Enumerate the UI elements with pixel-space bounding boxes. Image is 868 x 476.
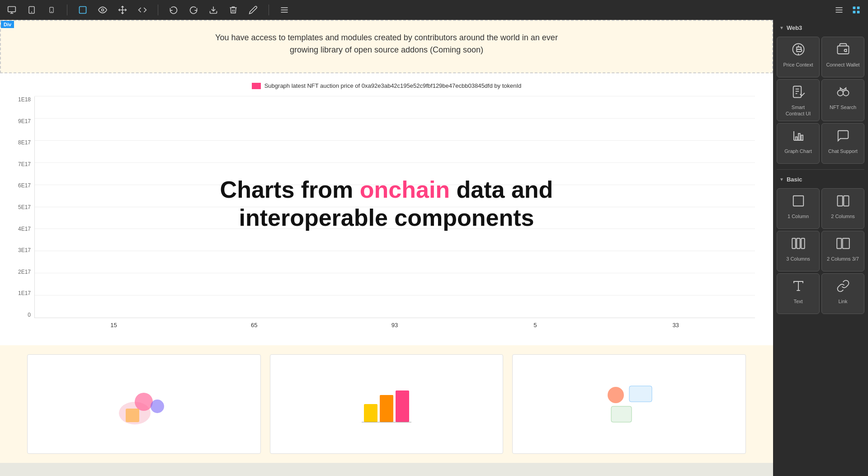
thumb-1-placeholder	[28, 355, 260, 453]
svg-rect-45	[801, 135, 803, 140]
x-label-15: 15	[43, 322, 184, 328]
panel-item-smart-contract[interactable]: SmartContract UI	[777, 79, 820, 121]
nft-search-label: NFT Search	[830, 104, 856, 110]
col2-37-icon	[836, 237, 850, 253]
svg-rect-28	[629, 386, 652, 402]
2-columns-label: 2 Columns	[831, 213, 855, 219]
y-label-3e17: 3E17	[18, 247, 31, 253]
svg-rect-50	[797, 238, 800, 248]
chart-legend: Subgraph latest NFT auction price of 0xa…	[18, 82, 755, 89]
col2-icon	[836, 194, 850, 210]
2-columns-37-label: 2 Columns 3/7	[827, 256, 859, 262]
panel-item-text[interactable]: Text	[777, 273, 820, 314]
panel-item-2-columns-37[interactable]: 2 Columns 3/7	[821, 231, 864, 271]
smart-contract-label: SmartContract UI	[786, 104, 811, 117]
svg-rect-22	[126, 409, 139, 422]
panel-item-graph-chart[interactable]: Graph Chart	[777, 123, 820, 164]
svg-rect-46	[793, 195, 803, 206]
desktop-icon[interactable]	[5, 4, 18, 16]
legend-label: Subgraph latest NFT auction price of 0xa…	[264, 82, 522, 89]
undo-icon[interactable]	[167, 4, 180, 16]
web3-label: Web3	[787, 24, 802, 31]
col1-icon	[792, 194, 805, 210]
svg-point-8	[102, 9, 104, 11]
svg-rect-51	[801, 238, 805, 248]
y-label-6e17: 6E17	[18, 182, 31, 189]
panel-item-connect-wallet[interactable]: Connect Wallet	[821, 37, 864, 77]
svg-rect-25	[380, 395, 393, 422]
connect-wallet-label: Connect Wallet	[826, 62, 859, 68]
svg-rect-34	[837, 46, 849, 54]
select-icon[interactable]	[76, 4, 89, 16]
svg-rect-0	[8, 7, 16, 12]
tablet-icon[interactable]	[25, 4, 38, 16]
bitcoin-icon	[792, 43, 805, 59]
panel-item-price-context[interactable]: Price Context	[777, 37, 820, 77]
link-label: Link	[838, 298, 847, 305]
basic-section-header: ▼ Basic	[773, 171, 868, 186]
pen-icon[interactable]	[247, 4, 259, 16]
intro-text: You have access to templates and modules…	[28, 32, 745, 56]
y-label-8e17: 8E17	[18, 139, 31, 146]
div-label: Div	[1, 21, 14, 28]
1-column-label: 1 Column	[788, 213, 809, 219]
apps-icon[interactable]	[850, 4, 863, 16]
y-label-9e17: 9E17	[18, 118, 31, 124]
svg-rect-24	[364, 404, 377, 422]
graph-chart-icon	[792, 129, 805, 145]
y-label-1e17: 1E17	[18, 290, 31, 296]
menu-icon[interactable]	[833, 4, 845, 16]
x-label-5: 5	[465, 322, 605, 328]
svg-rect-43	[795, 137, 797, 140]
wallet-icon	[836, 43, 850, 59]
move-icon[interactable]	[116, 4, 129, 16]
code-icon[interactable]	[136, 4, 149, 16]
x-label-65: 65	[184, 322, 325, 328]
x-label-33: 33	[605, 322, 746, 328]
panel-item-2-columns[interactable]: 2 Columns	[821, 188, 864, 229]
mobile-icon[interactable]	[45, 4, 58, 16]
svg-rect-29	[611, 406, 632, 422]
svg-point-23	[151, 400, 164, 413]
thumbnail-card-3	[512, 354, 746, 454]
graph-chart-label: Graph Chart	[784, 148, 812, 154]
3-columns-label: 3 Columns	[786, 256, 810, 262]
svg-rect-19	[857, 11, 860, 14]
toolbar	[0, 0, 868, 20]
intro-section: Div You have access to templates and mod…	[0, 20, 773, 73]
edit-icon[interactable]	[278, 4, 291, 16]
svg-point-39	[837, 90, 843, 96]
web3-section-header: ▼ Web3	[773, 20, 868, 35]
trash-icon[interactable]	[227, 4, 240, 16]
panel-item-1-column[interactable]: 1 Column	[777, 188, 820, 229]
panel-item-chat-support[interactable]: Chat Support	[821, 123, 864, 164]
x-axis: 15 65 93 5 33	[34, 318, 755, 328]
chat-icon	[836, 129, 850, 145]
panel-item-nft-search[interactable]: NFT Search	[821, 79, 864, 121]
panel-divider-1	[777, 169, 864, 170]
svg-point-40	[843, 90, 849, 96]
chart-grid	[34, 96, 755, 318]
sep1	[67, 5, 67, 15]
text-icon	[792, 279, 805, 295]
eye-icon[interactable]	[96, 4, 109, 16]
main-layout: Div You have access to templates and mod…	[0, 20, 868, 476]
y-label-5e17: 5E17	[18, 204, 31, 210]
download-icon[interactable]	[207, 4, 220, 16]
svg-rect-16	[853, 7, 856, 10]
svg-point-30	[608, 387, 624, 403]
svg-rect-47	[837, 195, 842, 206]
text-label: Text	[793, 298, 802, 305]
redo-icon[interactable]	[187, 4, 200, 16]
thumb-2-placeholder	[270, 355, 503, 453]
panel-item-3-columns[interactable]: 3 Columns	[777, 231, 820, 271]
svg-rect-18	[853, 11, 856, 14]
y-label-2e17: 2E17	[18, 269, 31, 275]
panel-item-link[interactable]: Link	[821, 273, 864, 314]
svg-point-21	[135, 393, 153, 411]
svg-rect-48	[844, 195, 849, 206]
svg-rect-35	[793, 86, 801, 98]
svg-rect-26	[396, 390, 409, 422]
web3-arrow: ▼	[779, 25, 784, 30]
y-label-0: 0	[28, 312, 31, 318]
